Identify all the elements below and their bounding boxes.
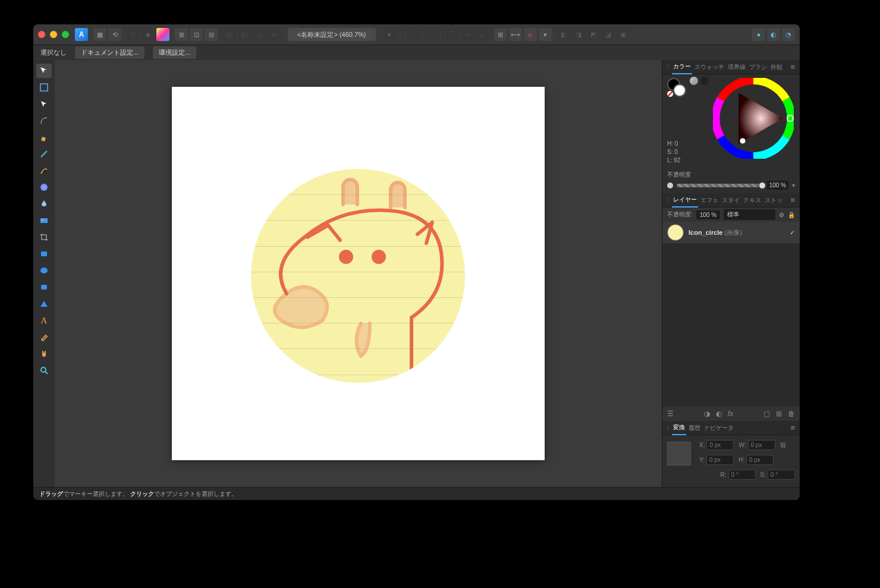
crop-tool[interactable] xyxy=(36,230,52,244)
color-wheel[interactable] xyxy=(713,78,794,159)
pencil-tool[interactable] xyxy=(36,147,52,161)
s-field[interactable] xyxy=(768,470,795,480)
layer-stack-icon[interactable]: ☰ xyxy=(667,410,674,418)
canvas-viewport[interactable] xyxy=(55,60,662,487)
tab-brushes[interactable]: ブラシ xyxy=(748,61,768,74)
move-tool[interactable] xyxy=(36,64,52,78)
align-right[interactable]: ⎹ xyxy=(431,28,444,41)
placed-image[interactable] xyxy=(251,169,465,383)
tab-layers[interactable]: レイヤー xyxy=(672,193,698,207)
persona-button[interactable]: ▦ xyxy=(93,28,106,41)
opacity-value[interactable]: 100 % xyxy=(767,181,788,190)
adjustment-icon[interactable]: ◐ xyxy=(716,410,722,418)
fx-icon[interactable]: fx xyxy=(728,410,733,418)
arrange-4[interactable]: ▭ xyxy=(268,28,281,41)
arrange-2[interactable]: ◰ xyxy=(238,28,251,41)
document-setup-button[interactable]: ドキュメント設定... xyxy=(75,46,144,59)
rounded-rect-tool[interactable] xyxy=(36,280,52,294)
snap-bounds-button[interactable]: ⊡ xyxy=(190,28,203,41)
opacity-start-handle[interactable] xyxy=(667,183,673,188)
tab-stock[interactable]: ストッ xyxy=(763,194,784,207)
eyedropper-icon[interactable] xyxy=(690,77,698,85)
tab-swatches[interactable]: スウォッチ xyxy=(693,61,725,74)
gradient-button[interactable] xyxy=(156,28,169,41)
align-middle[interactable]: ─ xyxy=(461,28,474,41)
blend-mode-select[interactable]: 標準 xyxy=(724,209,775,220)
hand-tool[interactable] xyxy=(36,347,52,361)
fill-tool[interactable] xyxy=(36,180,52,194)
opacity-dropdown[interactable]: ▾ xyxy=(792,182,795,188)
align-top[interactable]: ⎺ xyxy=(446,28,459,41)
bool-3[interactable]: ◩ xyxy=(587,28,600,41)
add-pixel-layer-icon[interactable]: ⊞ xyxy=(776,410,782,418)
lock-icon[interactable]: 🔒 xyxy=(788,212,795,218)
opacity-slider[interactable] xyxy=(677,184,763,187)
layer-opacity-field[interactable]: 100 % xyxy=(696,210,720,219)
align-center-h[interactable]: ╎ xyxy=(416,28,429,41)
arrange-3[interactable]: □ xyxy=(253,28,266,41)
y-field[interactable] xyxy=(706,455,734,465)
close-button[interactable] xyxy=(38,31,45,38)
node-tool[interactable] xyxy=(36,97,52,111)
artboard-tool[interactable] xyxy=(36,80,52,95)
maximize-button[interactable] xyxy=(62,31,69,38)
bool-1[interactable]: ◧ xyxy=(557,28,570,41)
tab-history[interactable]: 履歴 xyxy=(687,422,702,435)
fill-swatch[interactable] xyxy=(673,84,686,97)
insert-inside[interactable]: ◐ xyxy=(767,28,780,41)
layer-row[interactable]: Icon_circle (画像) ✓ xyxy=(662,222,800,243)
shape-polygon-button[interactable]: ⬠ xyxy=(127,28,140,41)
layers-panel-menu[interactable]: ≡ xyxy=(789,193,796,207)
delete-layer-icon[interactable]: 🗑 xyxy=(788,410,795,418)
tab-stroke[interactable]: 境界線 xyxy=(727,61,747,74)
triangle-tool[interactable] xyxy=(36,297,52,311)
anchor-selector[interactable] xyxy=(667,442,691,466)
link-icon[interactable]: ⛓ xyxy=(780,442,786,448)
tab-appearance[interactable]: 外観 xyxy=(769,61,784,74)
bool-5[interactable]: ▣ xyxy=(617,28,630,41)
layer-visibility-check[interactable]: ✓ xyxy=(790,229,795,237)
sample-well[interactable] xyxy=(700,77,709,85)
snap-toggle[interactable]: ⌾ xyxy=(524,28,537,41)
share-button[interactable]: ⟲ xyxy=(108,28,121,41)
arrange-1[interactable]: ◱ xyxy=(223,28,236,41)
rectangle-tool[interactable] xyxy=(36,247,52,261)
snap-grid-button[interactable]: ⊞ xyxy=(175,28,188,41)
preferences-button[interactable]: 環境設定... xyxy=(153,46,196,59)
tab-color[interactable]: カラー xyxy=(672,60,692,74)
mask-icon[interactable]: ◑ xyxy=(704,410,710,418)
bool-2[interactable]: ◨ xyxy=(572,28,585,41)
r-field[interactable] xyxy=(728,470,756,480)
w-field[interactable] xyxy=(748,440,775,450)
add-layer-icon[interactable]: ▢ xyxy=(763,410,770,418)
zoom-tool[interactable] xyxy=(36,363,52,378)
align-bottom[interactable]: ⎽ xyxy=(476,28,489,41)
shape-corner-button[interactable]: ◆ xyxy=(142,28,155,41)
color-panel-menu[interactable]: ≡ xyxy=(789,60,796,74)
ruler-toggle[interactable]: ⟷ xyxy=(509,28,522,41)
tab-text[interactable]: テキス xyxy=(742,194,762,207)
favorite-button[interactable]: ★ xyxy=(383,28,396,41)
ellipse-tool[interactable] xyxy=(36,263,52,278)
align-left[interactable]: ⎸ xyxy=(401,28,414,41)
artboard[interactable] xyxy=(172,87,545,460)
snap-options[interactable]: ▾ xyxy=(539,28,552,41)
tab-navigator[interactable]: ナビゲータ xyxy=(703,422,735,435)
transparency-tool[interactable] xyxy=(36,197,52,211)
document-title[interactable]: <名称未設定> (460.7%) xyxy=(288,28,376,41)
insert-target[interactable]: ● xyxy=(752,28,765,41)
brush-tool[interactable] xyxy=(36,163,52,178)
text-tool[interactable]: A xyxy=(36,313,52,328)
tab-transform[interactable]: 変換 xyxy=(672,421,686,435)
eyedropper-tool[interactable] xyxy=(36,330,52,344)
snap-guides-button[interactable]: ⊟ xyxy=(205,28,218,41)
x-field[interactable] xyxy=(706,440,734,450)
tab-effects[interactable]: エフェ xyxy=(699,194,719,207)
insert-behind[interactable]: ◔ xyxy=(782,28,795,41)
bool-4[interactable]: ◪ xyxy=(602,28,615,41)
opacity-handle[interactable] xyxy=(759,182,766,189)
layers-empty-area[interactable] xyxy=(662,243,800,407)
tab-styles[interactable]: スタイ xyxy=(721,194,741,207)
place-image-tool[interactable] xyxy=(36,213,52,228)
h-field[interactable] xyxy=(746,455,774,465)
